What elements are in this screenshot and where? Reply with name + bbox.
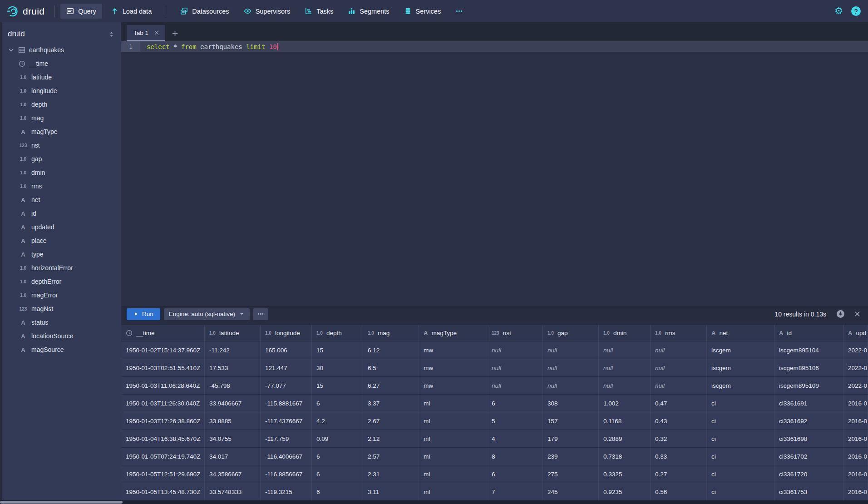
cell-net[interactable]: ci [707, 430, 774, 448]
nav-item-more[interactable] [449, 4, 469, 19]
sidebar-column-latitude[interactable]: 1.0latitude [2, 70, 121, 84]
sidebar-column-__time[interactable]: __time [2, 57, 121, 70]
results-header-gap[interactable]: 1.0gap [543, 325, 599, 341]
cell-nst[interactable]: 5 [487, 412, 543, 430]
cell-latitude[interactable]: 33.5748333 [205, 483, 261, 501]
cell-magType[interactable]: ml [419, 465, 487, 483]
cell-gap[interactable]: 179 [543, 430, 599, 448]
cell-latitude[interactable]: 34.017 [205, 448, 261, 465]
sql-editor-line[interactable]: 1 select * from earthquakes limit 10 [121, 41, 868, 52]
cell-magType[interactable]: ml [419, 412, 487, 430]
cell-magType[interactable]: ml [419, 430, 487, 448]
results-header-mag[interactable]: 1.0mag [363, 325, 419, 341]
cell-net[interactable]: ci [707, 465, 774, 483]
cell-depth[interactable]: 4.2 [312, 412, 363, 430]
cell-rms[interactable]: 0.33 [651, 448, 707, 465]
add-tab-button[interactable] [167, 25, 183, 41]
cell-dmin[interactable]: 0.1168 [599, 412, 651, 430]
nav-item-query[interactable]: Query [60, 4, 102, 19]
cell-id[interactable]: iscgem895106 [774, 359, 843, 377]
cell-longitude[interactable]: 165.006 [261, 341, 312, 359]
cell-net[interactable]: ci [707, 483, 774, 501]
sidebar-column-type[interactable]: Atype [2, 247, 121, 261]
druid-logo[interactable]: druid [5, 5, 49, 17]
cell-upd[interactable]: 2016-0 [843, 395, 868, 412]
cell-longitude[interactable]: -116.8856667 [261, 465, 312, 483]
nav-item-load-data[interactable]: Load data [105, 4, 158, 19]
cell-magType[interactable]: mw [419, 341, 487, 359]
sidebar-column-magSource[interactable]: AmagSource [2, 343, 121, 356]
engine-selector[interactable]: Engine: auto (sql-native) [164, 308, 250, 320]
double-caret-vertical-icon[interactable] [108, 31, 115, 38]
results-header-id[interactable]: Aid [774, 325, 843, 341]
cell-depth[interactable]: 15 [312, 377, 363, 395]
cell-rms[interactable]: null [651, 341, 707, 359]
cell-id[interactable]: ci3361698 [774, 430, 843, 448]
cell-mag[interactable]: 6.5 [363, 359, 419, 377]
sidebar-column-status[interactable]: Astatus [2, 316, 121, 329]
results-header-longitude[interactable]: 1.0longitude [261, 325, 312, 341]
cell-gap[interactable]: null [543, 377, 599, 395]
cell-dmin[interactable]: null [599, 341, 651, 359]
cell-__time[interactable]: 1950-01-03T11:26:30.040Z [121, 395, 205, 412]
sidebar-column-gap[interactable]: 1.0gap [2, 152, 121, 166]
cell-id[interactable]: iscgem895109 [774, 377, 843, 395]
cell-gap[interactable]: 308 [543, 395, 599, 412]
results-header-latitude[interactable]: 1.0latitude [205, 325, 261, 341]
nav-item-supervisors[interactable]: Supervisors [238, 4, 296, 19]
sidebar-column-nst[interactable]: 123nst [2, 138, 121, 152]
cell-latitude[interactable]: 17.533 [205, 359, 261, 377]
cell-nst[interactable]: null [487, 377, 543, 395]
scrollbar-thumb[interactable] [0, 501, 123, 504]
cell-nst[interactable]: 4 [487, 430, 543, 448]
cell-mag[interactable]: 3.11 [363, 483, 419, 501]
horizontal-scrollbar[interactable] [0, 500, 868, 504]
cell-upd[interactable]: 2016-0 [843, 412, 868, 430]
cell-upd[interactable]: 2016-0 [843, 430, 868, 448]
cell-depth[interactable]: 0.09 [312, 430, 363, 448]
cell-depth[interactable]: 6 [312, 465, 363, 483]
gear-icon[interactable]: ⚙ [834, 6, 843, 16]
cell-__time[interactable]: 1950-01-03T11:06:28.640Z [121, 377, 205, 395]
cell-mag[interactable]: 2.31 [363, 465, 419, 483]
cell-net[interactable]: ci [707, 395, 774, 412]
cell-magType[interactable]: ml [419, 395, 487, 412]
cell-dmin[interactable]: null [599, 359, 651, 377]
sidebar-column-locationSource[interactable]: AlocationSource [2, 329, 121, 343]
cell-depth[interactable]: 6 [312, 483, 363, 501]
cell-depth[interactable]: 6 [312, 395, 363, 412]
help-icon[interactable]: ? [851, 6, 861, 16]
cell-__time[interactable]: 1950-01-05T12:51:29.690Z [121, 465, 205, 483]
cell-__time[interactable]: 1950-01-02T15:14:37.960Z [121, 341, 205, 359]
cell-latitude[interactable]: 34.3586667 [205, 465, 261, 483]
sidebar-column-depthError[interactable]: 1.0depthError [2, 275, 121, 288]
cell-nst[interactable]: 6 [487, 395, 543, 412]
nav-item-datasources[interactable]: Datasources [174, 4, 235, 19]
cell-net[interactable]: iscgem [707, 341, 774, 359]
cell-latitude[interactable]: -11.242 [205, 341, 261, 359]
results-header-depth[interactable]: 1.0depth [312, 325, 363, 341]
cell-longitude[interactable]: 121.447 [261, 359, 312, 377]
cell-mag[interactable]: 2.57 [363, 448, 419, 465]
cell-gap[interactable]: 245 [543, 483, 599, 501]
cell-longitude[interactable]: -116.4006667 [261, 448, 312, 465]
cell-id[interactable]: ci3361692 [774, 412, 843, 430]
cell-depth[interactable]: 15 [312, 341, 363, 359]
cell-dmin[interactable]: null [599, 377, 651, 395]
schema-selector[interactable]: druid [2, 22, 121, 41]
cell-upd[interactable]: 2022-0 [843, 359, 868, 377]
cell-latitude[interactable]: -45.798 [205, 377, 261, 395]
cell-latitude[interactable]: 33.8885 [205, 412, 261, 430]
sidebar-column-mag[interactable]: 1.0mag [2, 111, 121, 125]
cell-id[interactable]: ci3361702 [774, 448, 843, 465]
cell-upd[interactable]: 2016-0 [843, 465, 868, 483]
cell-magType[interactable]: ml [419, 448, 487, 465]
sidebar-column-horizontalError[interactable]: 1.0horizontalError [2, 261, 121, 275]
cell-mag[interactable]: 6.12 [363, 341, 419, 359]
results-header-upd[interactable]: Aupd [843, 325, 868, 341]
cell-rms[interactable]: null [651, 377, 707, 395]
cell-latitude[interactable]: 33.9406667 [205, 395, 261, 412]
cell-longitude[interactable]: -117.759 [261, 430, 312, 448]
tab-1[interactable]: Tab 1 [127, 25, 165, 41]
cell-dmin[interactable]: 0.2889 [599, 430, 651, 448]
